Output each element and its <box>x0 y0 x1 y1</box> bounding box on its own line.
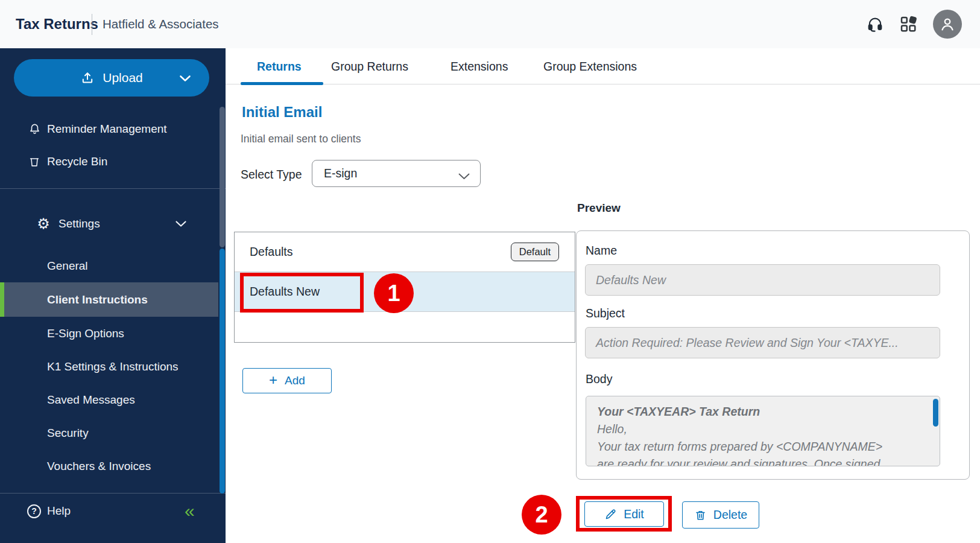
sidebar-item-help[interactable]: ? Help « <box>0 493 218 529</box>
subject-value: Action Required: Please Review and Sign … <box>596 336 899 350</box>
headset-icon[interactable] <box>867 16 884 33</box>
app-window: Tax Returns Hatfield & Associates <box>0 0 980 543</box>
sidebar-item-label: K1 Settings & Instructions <box>47 360 179 373</box>
plus-icon: + <box>269 373 277 387</box>
subject-label: Subject <box>586 306 625 320</box>
upload-chevron-down-icon[interactable] <box>179 71 191 85</box>
pencil-icon <box>604 508 617 521</box>
sidebar-item-label: Client Instructions <box>47 293 148 306</box>
tab-group-extensions[interactable]: Group Extensions <box>543 60 637 74</box>
sidebar-item-settings[interactable]: ⚙ Settings <box>0 212 218 236</box>
chevron-down-icon <box>458 171 470 182</box>
select-type-dropdown[interactable]: E-sign <box>312 160 481 187</box>
delete-button[interactable]: Delete <box>682 501 759 529</box>
sidebar-item-k1-settings[interactable]: K1 Settings & Instructions <box>0 350 218 383</box>
add-button[interactable]: + Add <box>242 368 332 393</box>
sidebar-item-security[interactable]: Security <box>0 416 218 449</box>
upload-icon <box>80 71 95 85</box>
template-name: Defaults <box>250 245 293 259</box>
body-line: are ready for your review and signatures… <box>597 456 929 466</box>
tab-returns[interactable]: Returns <box>257 60 302 74</box>
name-value: Defaults New <box>596 273 666 287</box>
body-line: Your <TAXYEAR> Tax Return <box>597 403 929 421</box>
collapse-sidebar-icon[interactable]: « <box>185 502 193 520</box>
subject-field: Action Required: Please Review and Sign … <box>585 327 940 358</box>
page-subtitle: Initial email sent to clients <box>241 133 361 145</box>
gear-icon: ⚙ <box>36 217 51 231</box>
tab-extensions[interactable]: Extensions <box>450 60 508 74</box>
template-row-defaults[interactable]: Defaults Default <box>235 232 575 272</box>
template-row-defaults-new[interactable]: Defaults New <box>235 272 575 312</box>
default-badge[interactable]: Default <box>511 243 559 261</box>
sidebar-item-label: Recycle Bin <box>47 155 107 168</box>
user-avatar[interactable] <box>933 10 962 39</box>
trash-icon <box>694 509 707 522</box>
help-question-icon: ? <box>27 504 41 518</box>
select-type-label: Select Type <box>241 168 302 182</box>
add-label: Add <box>285 374 305 387</box>
name-field: Defaults New <box>585 264 940 296</box>
active-tab-underline <box>241 82 323 85</box>
apps-grid-icon[interactable] <box>899 15 917 33</box>
upload-button[interactable]: Upload <box>14 59 209 97</box>
body-line: Your tax return forms prepared by <COMPA… <box>597 438 929 456</box>
sidebar-item-label: Settings <box>58 217 100 230</box>
sidebar-item-general[interactable]: General <box>0 249 218 282</box>
sidebar-item-esign-options[interactable]: E-Sign Options <box>0 317 218 350</box>
preview-title: Preview <box>577 202 621 215</box>
settings-chevron-down-icon <box>175 217 187 230</box>
title-divider <box>92 14 92 35</box>
sidebar-scrollbar-thumb[interactable] <box>220 107 225 247</box>
sidebar-item-reminder-management[interactable]: Reminder Management <box>0 117 218 141</box>
sidebar-item-label: Reminder Management <box>47 122 167 136</box>
sidebar: Upload Reminder Management Recycle Bin <box>0 48 226 543</box>
upload-label: Upload <box>103 71 143 85</box>
sidebar-item-saved-messages[interactable]: Saved Messages <box>0 383 218 416</box>
sidebar-item-label: General <box>47 259 88 273</box>
body-line: Hello, <box>597 421 929 438</box>
active-indicator-bar <box>0 282 4 317</box>
template-name: Defaults New <box>250 285 320 299</box>
tab-group-returns[interactable]: Group Returns <box>331 60 408 74</box>
delete-label: Delete <box>713 508 747 522</box>
body-field[interactable]: Your <TAXYEAR> Tax Return Hello, Your ta… <box>586 396 940 466</box>
sidebar-item-client-instructions[interactable]: Client Instructions <box>0 282 218 317</box>
sidebar-divider <box>0 188 226 189</box>
sidebar-item-label: Help <box>47 504 71 518</box>
edit-label: Edit <box>624 507 644 521</box>
top-bar: Tax Returns Hatfield & Associates <box>0 0 980 48</box>
body-scrollbar-thumb[interactable] <box>933 399 938 427</box>
body-label: Body <box>586 372 612 386</box>
tabs-divider <box>226 84 980 84</box>
sidebar-item-label: E-Sign Options <box>47 327 124 340</box>
select-type-value: E-sign <box>324 167 357 180</box>
template-row-empty <box>235 312 575 342</box>
bell-icon <box>27 122 42 137</box>
sidebar-item-recycle-bin[interactable]: Recycle Bin <box>0 150 218 174</box>
edit-button[interactable]: Edit <box>584 501 664 527</box>
template-list: Defaults Default Defaults New <box>234 232 575 343</box>
sidebar-item-label: Security <box>47 427 89 440</box>
annotation-step-2: 2 <box>522 495 561 535</box>
page-title: Initial Email <box>242 104 322 121</box>
sidebar-item-vouchers-invoices[interactable]: Vouchers & Invoices <box>0 449 218 483</box>
name-label: Name <box>586 244 617 258</box>
sidebar-item-label: Saved Messages <box>47 393 135 407</box>
sidebar-item-label: Vouchers & Invoices <box>47 460 151 473</box>
sidebar-scrollbar-track[interactable] <box>220 249 225 494</box>
company-name: Hatfield & Associates <box>103 0 219 48</box>
app-title: Tax Returns <box>16 0 98 48</box>
preview-panel: Name Defaults New Subject Action Require… <box>576 230 970 480</box>
trash-icon <box>27 154 42 169</box>
